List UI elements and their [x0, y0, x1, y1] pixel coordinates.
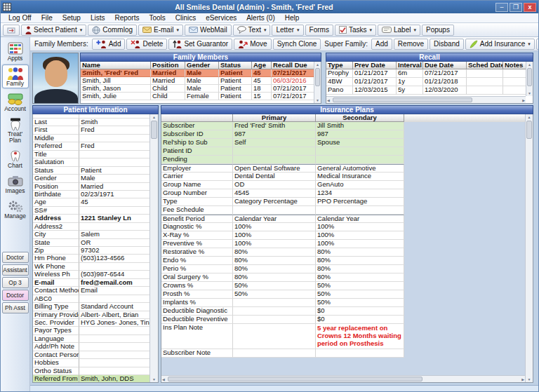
- minimize-button[interactable]: –: [495, 3, 508, 12]
- patient-info-row-position[interactable]: PositionMarried: [33, 183, 158, 191]
- scroll-right-icon[interactable]: ▶: [521, 377, 525, 382]
- insurance-row-implants[interactable]: Implants %50%: [161, 299, 533, 307]
- menu-item-tools[interactable]: Tools: [144, 14, 170, 22]
- operatory-button-assistant-1[interactable]: Assistant: [2, 264, 29, 276]
- scroll-down-icon[interactable]: ▼: [152, 377, 157, 382]
- column-header-prev-date[interactable]: Prev Date: [353, 62, 397, 69]
- vertical-scrollbar[interactable]: ▲▼: [526, 62, 533, 96]
- insurance-row-type[interactable]: TypeCategory PercentagePPO Percentage: [161, 198, 533, 206]
- dropdown-arrow-icon[interactable]: ▾: [80, 27, 83, 33]
- scrollbar-thumb[interactable]: [151, 121, 157, 139]
- dropdown-arrow-icon[interactable]: ▾: [413, 27, 416, 33]
- column-header-due-date[interactable]: Due Date: [423, 62, 467, 69]
- menu-item-log-off[interactable]: Log Off: [4, 14, 36, 22]
- sidebar-item-manage[interactable]: Manage: [2, 197, 29, 221]
- scroll-up-icon[interactable]: ▲: [152, 114, 157, 120]
- close-button[interactable]: x: [524, 3, 536, 12]
- insurance-row-endo[interactable]: Endo %80%80%: [161, 257, 533, 265]
- scroll-up-icon[interactable]: ▲: [315, 62, 320, 67]
- patient-info-row-sec-provider[interactable]: Sec. ProviderHYG Jones- Jones, Tina: [33, 319, 158, 327]
- patient-info-row-first[interactable]: FirstFred: [33, 126, 158, 134]
- insurance-column-header-icon[interactable]: [161, 114, 233, 122]
- operatory-button-ph-asst-4[interactable]: Ph Asst: [2, 302, 29, 313]
- patient-info-row-hobbies[interactable]: Hobbies: [33, 359, 158, 367]
- patient-info-row-preferred[interactable]: PreferredFred: [33, 142, 158, 150]
- family-member-row-3[interactable]: Smith, JulieChildFemalePatient1507/21/20…: [81, 93, 321, 100]
- recall-row-2[interactable]: Pano12/03/20155y12/03/2020: [326, 86, 533, 95]
- insurance-row-pending[interactable]: Pending: [161, 156, 533, 164]
- operatory-button-op-3-2[interactable]: Op 3: [2, 277, 29, 288]
- patient-info-row-ss[interactable]: SS#: [33, 207, 158, 215]
- patient-info-row-zip[interactable]: Zip97302: [33, 247, 158, 255]
- insurance-row-deductible-diagnostic[interactable]: Deductible Diagnostic$0: [161, 307, 533, 316]
- column-header-name[interactable]: Name: [81, 62, 151, 69]
- insurance-row-fee-schedule[interactable]: Fee Schedule: [161, 206, 533, 215]
- insurance-row-subscriber[interactable]: SubscriberFred 'Fred' SmithJill Smith: [161, 122, 533, 130]
- plan-button-discount-plan[interactable]: Discount Plan▾: [536, 39, 538, 50]
- horizontal-scrollbar[interactable]: ◀▶: [326, 96, 526, 103]
- patient-info-row-age[interactable]: Age45: [33, 198, 158, 206]
- patient-info-row-state[interactable]: StateOR: [33, 239, 158, 247]
- dropdown-arrow-icon[interactable]: ▾: [264, 27, 267, 33]
- family-member-row-0[interactable]: Smith, 'Fred' FredMarriedMalePatient4507…: [81, 69, 321, 77]
- scroll-up-icon[interactable]: ▲: [527, 62, 532, 67]
- sidebar-item-account[interactable]: Account: [2, 90, 29, 114]
- scroll-right-icon[interactable]: ▶: [521, 97, 526, 103]
- insurance-row-prosth[interactable]: Prosth %50%50%: [161, 290, 533, 299]
- patient-info-row-address2[interactable]: Address2: [33, 223, 158, 231]
- menu-item-reports[interactable]: Reports: [109, 14, 144, 22]
- toolbar-button-select-patient[interactable]: Select Patient▾: [21, 25, 86, 36]
- scrollbar-thumb[interactable]: [333, 97, 472, 102]
- family-button-move[interactable]: Move: [234, 39, 271, 50]
- family-member-row-1[interactable]: Smith, JillMarriedMalePatient4506/03/201…: [81, 77, 321, 85]
- vertical-scrollbar[interactable]: ▲▼: [149, 114, 158, 382]
- patient-info-row-wk-phone[interactable]: Wk Phone: [33, 263, 158, 271]
- insurance-row-group-number[interactable]: Group Number45451234: [161, 189, 533, 198]
- toolbar-button-popups[interactable]: Popups: [422, 25, 454, 36]
- insurance-row-perio[interactable]: Perio %80%80%: [161, 265, 533, 273]
- scrollbar-thumb[interactable]: [315, 68, 320, 86]
- patient-info-row-billing-type[interactable]: Billing TypeStandard Account: [33, 303, 158, 311]
- patient-info-row-address[interactable]: Address1221 Stanley Ln: [33, 215, 158, 222]
- scroll-down-icon[interactable]: ▼: [527, 90, 532, 96]
- column-header-interval[interactable]: Interval: [397, 62, 423, 69]
- toolbar-button-tasks[interactable]: Tasks▾: [335, 25, 376, 36]
- insurance-row-benefit-period[interactable]: Benefit PeriodCalendar YearCalendar Year: [161, 215, 533, 223]
- menu-item-file[interactable]: File: [36, 14, 58, 22]
- insurance-row-subscriber-note[interactable]: Subscriber Note: [161, 349, 533, 358]
- menu-item-setup[interactable]: Setup: [58, 14, 86, 22]
- horizontal-scrollbar[interactable]: ◀▶: [161, 375, 525, 382]
- insurance-row-crowns[interactable]: Crowns %50%50%: [161, 282, 533, 290]
- recall-row-0[interactable]: Prophy01/21/20176m07/21/2017: [326, 69, 533, 78]
- patient-info-row-birthdate[interactable]: Birthdate02/23/1971: [33, 191, 158, 198]
- scroll-up-icon[interactable]: ▲: [527, 114, 532, 120]
- menu-item-eservices[interactable]: eServices: [201, 14, 241, 22]
- patient-info-row-status[interactable]: StatusPatient: [33, 167, 158, 175]
- scroll-left-icon[interactable]: ◀: [326, 97, 331, 103]
- menu-item-lists[interactable]: Lists: [86, 14, 110, 22]
- patient-info-row-addr-ph-note[interactable]: Addr/Ph Note: [33, 343, 158, 351]
- patient-info-row-gender[interactable]: GenderMale: [33, 175, 158, 182]
- insurance-row-preventive[interactable]: Preventive %100%100%: [161, 240, 533, 248]
- patient-info-row-ortho-status[interactable]: Ortho Status: [33, 367, 158, 375]
- patient-info-row-primary-provider[interactable]: Primary ProviderAlbert- Albert, Brian: [33, 311, 158, 319]
- insurance-row-restorative[interactable]: Restorative %80%80%: [161, 248, 533, 257]
- patient-info-row-payor-types[interactable]: Payor Types: [33, 327, 158, 334]
- sidebar-item-chart[interactable]: Chart: [2, 147, 29, 170]
- patient-info-row-wireless-ph[interactable]: Wireless Ph(503)987-6544: [33, 271, 158, 278]
- toolbar-button-commlog[interactable]: Commlog: [88, 25, 137, 36]
- insurance-row-diagnostic[interactable]: Diagnostic %100%100%: [161, 223, 533, 231]
- menu-item-alerts-0[interactable]: Alerts (0): [241, 14, 280, 22]
- column-header-type[interactable]: Type: [326, 62, 353, 69]
- column-header-sched-date[interactable]: Sched Date: [467, 62, 503, 69]
- insurance-row-x-ray[interactable]: X-Ray %100%100%: [161, 231, 533, 240]
- patient-info-row-hm-phone[interactable]: Hm Phone(503)123-4566: [33, 255, 158, 262]
- super-family-button-disband[interactable]: Disband: [430, 39, 464, 50]
- family-button-delete[interactable]: Delete: [126, 39, 167, 50]
- operatory-button-doctor-3[interactable]: Doctor: [2, 290, 29, 301]
- toolbar-button-letter[interactable]: Letter▾: [272, 25, 303, 36]
- vertical-scrollbar[interactable]: ▲▼: [314, 62, 321, 103]
- sidebar-item-family[interactable]: Family: [2, 65, 29, 88]
- scrollbar-thumb[interactable]: [527, 68, 532, 86]
- dropdown-arrow-icon[interactable]: ▾: [528, 41, 531, 47]
